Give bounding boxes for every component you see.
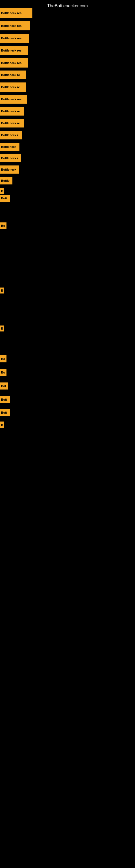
- bar-item-22: Bo: [0, 369, 6, 376]
- bar-item-23: Bot: [0, 382, 8, 390]
- bar-item-4: Bottleneck res: [0, 46, 28, 55]
- bar-item-14: Bottleneck: [0, 165, 19, 174]
- bar-item-12: Bottleneck: [0, 143, 19, 151]
- bar-item-18: Bo: [0, 222, 6, 229]
- bar-item-11: Bottleneck r: [0, 131, 22, 140]
- bar-item-15: Bottle: [0, 177, 12, 184]
- bar-item-7: Bottleneck re: [0, 83, 26, 92]
- bar-item-25: Bott: [0, 409, 10, 416]
- bar-item-24: Bott: [0, 396, 10, 403]
- bar-item-5: Bottleneck res: [0, 58, 28, 67]
- bar-item-19: B: [0, 287, 4, 293]
- bar-item-6: Bottleneck re: [0, 70, 26, 79]
- bar-item-26: B: [0, 422, 4, 428]
- bar-item-3: Bottleneck res: [0, 34, 29, 43]
- bar-item-13: Bottleneck r: [0, 154, 21, 162]
- bar-item-2: Bottleneck res: [0, 21, 30, 30]
- bar-item-16: B: [0, 188, 4, 194]
- bar-item-1: Bottleneck res: [0, 8, 32, 18]
- bar-item-9: Bottleneck re: [0, 107, 24, 116]
- bar-item-10: Bottleneck re: [0, 119, 24, 127]
- bar-item-21: Bo: [0, 355, 6, 362]
- bar-item-8: Bottleneck res: [0, 95, 27, 104]
- bar-item-17: Bott: [0, 195, 10, 202]
- bar-item-20: B: [0, 326, 4, 332]
